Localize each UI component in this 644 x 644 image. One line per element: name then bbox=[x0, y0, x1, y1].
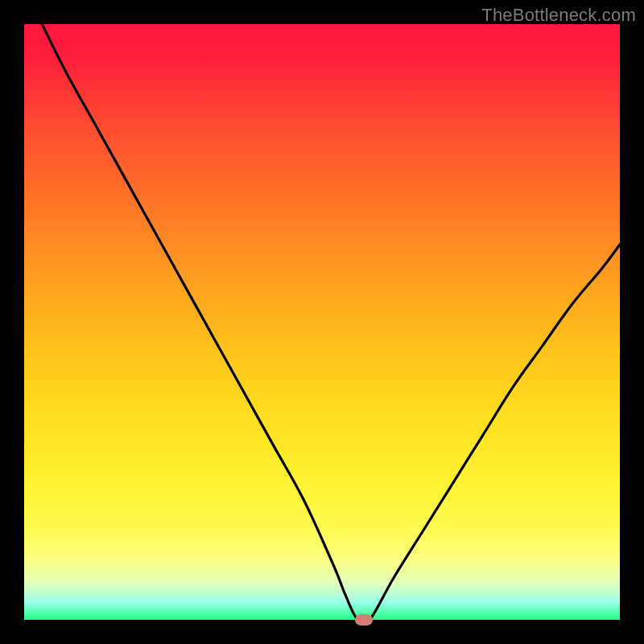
watermark-text: TheBottleneck.com bbox=[481, 5, 636, 26]
chart-frame: TheBottleneck.com bbox=[0, 0, 644, 644]
optimal-marker bbox=[355, 614, 373, 625]
bottleneck-curve bbox=[24, 24, 620, 620]
plot-area bbox=[24, 24, 620, 620]
